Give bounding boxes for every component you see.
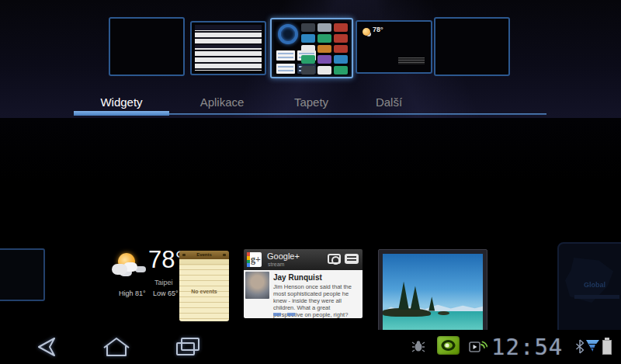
tab-wallpapers[interactable]: Tapety xyxy=(268,93,355,112)
tab-more[interactable]: Další xyxy=(353,93,425,112)
usb-debug-icon xyxy=(411,340,425,352)
bluetooth-icon xyxy=(575,339,585,354)
camera-icon xyxy=(328,254,341,264)
weather-low: Low 65° xyxy=(153,289,179,297)
agenda-paper: No events xyxy=(179,259,229,321)
agenda-header-label: Events xyxy=(196,252,212,257)
gplus-post-card: Jay Runquist Jim Henson once said that t… xyxy=(244,270,363,318)
weather-city: Taipei xyxy=(154,279,173,286)
avatar xyxy=(245,272,269,299)
agenda-header: Events xyxy=(179,251,229,259)
gplus-logo-icon: g+ xyxy=(247,252,262,267)
agenda-empty-text: No events xyxy=(179,289,229,294)
card-thumb xyxy=(276,50,295,61)
dim-text-line xyxy=(574,295,619,299)
thumb-temperature: 78° xyxy=(373,26,383,33)
gplus-header: g+ Google+ stream xyxy=(244,249,363,270)
tree xyxy=(397,282,411,310)
signal-icon xyxy=(586,340,599,352)
gplus-glyph: g+ xyxy=(250,252,262,267)
status-clock[interactable]: 12:54 xyxy=(491,334,572,360)
post-text: Jim Henson once said that the most sophi… xyxy=(273,283,360,318)
weather-widget-thumb: 78° xyxy=(363,26,383,36)
system-bar: 12:54 xyxy=(0,330,621,364)
nvidia-icon xyxy=(437,336,460,355)
tab-applications[interactable]: Aplikace xyxy=(175,93,269,112)
clock-widget-thumb xyxy=(278,24,298,44)
media-server-icon xyxy=(469,339,487,353)
post-action-links xyxy=(273,313,281,316)
partial-widget-text: Global xyxy=(584,281,605,289)
binding-dot-icon xyxy=(223,254,226,256)
small-widget-thumb xyxy=(398,57,425,64)
home-icon[interactable] xyxy=(95,335,138,359)
cloud-icon xyxy=(112,264,127,275)
partial-widget-left[interactable] xyxy=(0,248,45,301)
gplus-mode-label: stream xyxy=(268,262,284,267)
widget-tray: 78° Taipei High 81° Low 65° Events No ev… xyxy=(0,118,621,330)
homescreen-thumbnail-5[interactable] xyxy=(434,17,510,76)
tab-widgets[interactable]: Widgety xyxy=(74,93,169,112)
list-widget-preview xyxy=(195,25,262,71)
homescreen-thumbnail-2[interactable] xyxy=(190,21,266,75)
card-thumb xyxy=(276,64,295,74)
compose-icon xyxy=(345,254,359,264)
widget-preview-weather[interactable]: 78° Taipei High 81° Low 65° xyxy=(109,250,182,301)
app-icons-thumb xyxy=(301,23,348,75)
weather-high: High 81° xyxy=(119,289,146,297)
gplus-app-name: Google+ xyxy=(267,251,300,261)
homescreen-thumbnail-4[interactable]: 78° xyxy=(356,20,432,74)
binding-dot-icon xyxy=(182,254,186,256)
battery-icon xyxy=(602,338,612,355)
homescreen-thumbnail-1[interactable] xyxy=(109,17,185,76)
back-icon[interactable] xyxy=(26,335,70,359)
android-widget-picker-screen: 78° Widgety Aplikace Tapety Další 78° Ta… xyxy=(0,0,621,364)
sun-icon xyxy=(363,28,370,36)
widget-preview-googleplus[interactable]: g+ Google+ stream Jay Runquist Jim Henso… xyxy=(244,249,363,318)
homescreen-thumbnail-3-current[interactable] xyxy=(270,18,353,78)
widget-preview-agenda[interactable]: Events No events xyxy=(179,251,229,321)
tab-active-indicator xyxy=(74,111,169,116)
recents-icon[interactable] xyxy=(166,335,210,359)
post-author: Jay Runquist xyxy=(273,273,322,282)
